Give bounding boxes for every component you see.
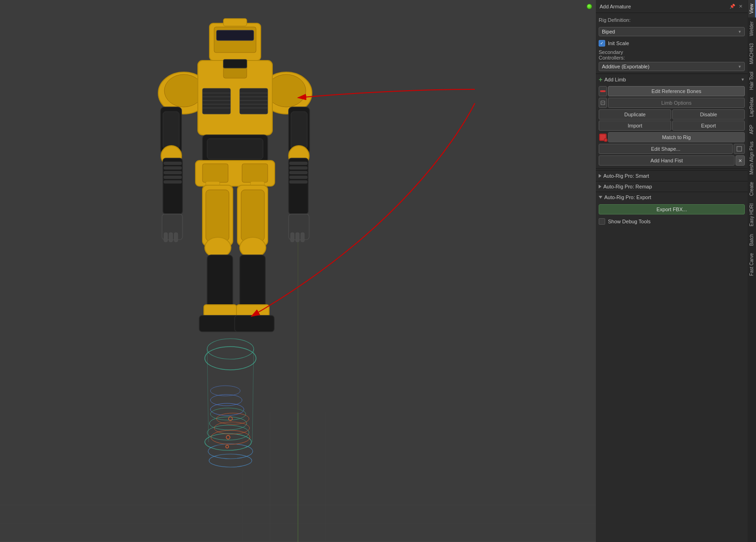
svg-point-117 (604, 90, 606, 92)
svg-point-31 (209, 454, 252, 467)
rig-definition-chevron: ▼ (738, 30, 742, 34)
duplicate-button[interactable]: Duplicate (599, 109, 671, 120)
svg-rect-83 (290, 176, 307, 179)
remap-section: Auto-Rig Pro: Remap (596, 181, 748, 192)
svg-rect-90 (290, 233, 294, 242)
pin-icon[interactable]: 📌 (729, 3, 736, 10)
rig-definition-field: Biped ▼ (599, 27, 745, 37)
vtab-mesh-align-plus[interactable]: Mesh Align Plus (748, 138, 756, 178)
match-to-rig-button[interactable]: Match to Rig (608, 132, 745, 142)
svg-rect-78 (164, 181, 182, 183)
svg-rect-68 (163, 112, 179, 149)
panel-title: Add Armature (600, 4, 631, 9)
svg-rect-120 (737, 147, 742, 151)
panel-header-icons: 📌 ✕ (729, 3, 744, 10)
panel-main: Add Armature 📌 ✕ Rig Definition: Biped ▼ (596, 0, 748, 542)
edit-reference-bones-button[interactable]: Edit Reference Bones (608, 86, 745, 96)
add-limb-section[interactable]: + Add Limb ▼ (596, 74, 748, 85)
vtab-arp[interactable]: ARP (748, 121, 756, 138)
close-icon[interactable]: ✕ (737, 3, 744, 10)
vtab-fast-carve[interactable]: Fast Carve (748, 249, 756, 280)
svg-rect-82 (290, 171, 307, 174)
export-fbx-button[interactable]: Export FBX... (599, 204, 745, 214)
svg-rect-84 (290, 181, 307, 183)
svg-rect-111 (235, 315, 274, 332)
vtab-laprelax[interactable]: LapRelax (748, 94, 756, 120)
svg-rect-70 (291, 112, 307, 149)
vtab-welder[interactable]: Welder (748, 18, 756, 40)
limb-options-icon-btn[interactable] (599, 98, 607, 108)
vtab-view[interactable]: View (748, 0, 756, 18)
bone-icon-btn[interactable] (599, 86, 607, 96)
viewport-status-dot (587, 4, 592, 9)
svg-rect-75 (164, 167, 182, 169)
svg-rect-80 (290, 162, 307, 165)
svg-rect-74 (164, 162, 182, 165)
vtab-machin3[interactable]: MACHIN3 (748, 40, 756, 68)
add-hand-fist-close-btn[interactable]: ✕ (736, 155, 745, 166)
svg-rect-54 (202, 88, 230, 114)
panel-header: Add Armature 📌 ✕ (596, 0, 748, 13)
rig-definition-input[interactable]: Biped ▼ (599, 27, 745, 36)
svg-point-30 (208, 444, 253, 459)
edit-shape-extra-btn[interactable] (734, 144, 745, 154)
svg-rect-96 (202, 164, 228, 182)
import-export-row: Import Export (599, 120, 745, 131)
smart-section-title: Auto-Rig Pro: Smart (603, 173, 649, 179)
svg-rect-81 (290, 167, 307, 169)
svg-rect-106 (207, 255, 233, 311)
svg-rect-48 (223, 19, 247, 26)
svg-rect-107 (240, 255, 265, 311)
svg-rect-89 (174, 233, 178, 242)
init-scale-row: ✓ Init Scale (599, 38, 745, 48)
svg-point-38 (226, 435, 230, 439)
export-section-header[interactable]: Auto-Rig Pro: Export (596, 192, 748, 202)
smart-section-header[interactable]: Auto-Rig Pro: Smart (596, 171, 748, 181)
duplicate-disable-row: Duplicate Disable (599, 109, 745, 120)
debug-tools-row: Show Debug Tools (596, 216, 748, 227)
remap-section-header[interactable]: Auto-Rig Pro: Remap (596, 181, 748, 192)
svg-rect-76 (164, 171, 182, 174)
add-hand-fist-button[interactable]: Add Hand Fist (599, 155, 735, 166)
right-panel: Add Armature 📌 ✕ Rig Definition: Biped ▼ (596, 0, 756, 542)
disable-button[interactable]: Disable (672, 109, 745, 120)
add-limb-collapse-arrow: ▼ (741, 77, 745, 82)
export-section-title: Auto-Rig Pro: Export (604, 194, 651, 200)
edit-shape-button[interactable]: Edit Shape... (599, 144, 733, 154)
separator-1 (596, 168, 748, 169)
vtab-easy-hdri[interactable]: Easy HDRI (748, 200, 756, 230)
debug-tools-label: Show Debug Tools (608, 219, 651, 224)
panel-content: Rig Definition: Biped ▼ ✓ Init Scale Sec… (596, 13, 748, 74)
svg-rect-91 (296, 233, 299, 242)
rig-definition-row: Rig Definition: (599, 15, 745, 25)
secondary-controllers-input[interactable]: Additive (Exportable) ▼ (599, 62, 745, 71)
export-collapse-arrow (599, 196, 602, 199)
limb-options-button[interactable]: Limb Options (608, 98, 745, 108)
import-button[interactable]: Import (599, 120, 671, 131)
secondary-controllers-row: Secondary Controllers: (599, 50, 745, 60)
debug-tools-checkbox[interactable] (599, 218, 605, 225)
vertical-tabs-strip: View Welder MACHIN3 Hair Tool LapRelax A… (748, 0, 756, 542)
init-scale-checkbox[interactable]: ✓ (599, 40, 605, 47)
secondary-controllers-label: Secondary Controllers: (599, 49, 650, 60)
svg-rect-110 (199, 315, 239, 332)
svg-rect-88 (169, 233, 173, 242)
secondary-controllers-field: Additive (Exportable) ▼ (599, 61, 745, 72)
remap-section-title: Auto-Rig Pro: Remap (603, 184, 652, 189)
svg-rect-101 (206, 190, 229, 241)
match-to-rig-indicator (599, 132, 607, 142)
vtab-create[interactable]: Create (748, 178, 756, 200)
vtab-hair-tool[interactable]: Hair Tool (748, 68, 756, 94)
svg-point-116 (600, 90, 602, 92)
svg-rect-47 (216, 30, 254, 40)
svg-rect-97 (242, 164, 268, 182)
svg-rect-87 (164, 233, 168, 242)
add-limb-plus-icon: + (599, 76, 602, 83)
edit-ref-bones-container: Edit Reference Bones Limb Options Duplic… (596, 85, 748, 167)
robot-body (84, 14, 386, 433)
vtab-batch[interactable]: Batch (748, 230, 756, 250)
export-content: Export FBX... (596, 202, 748, 216)
export-limb-button[interactable]: Export (672, 120, 745, 131)
smart-collapse-arrow (599, 174, 601, 178)
svg-rect-77 (164, 176, 182, 179)
